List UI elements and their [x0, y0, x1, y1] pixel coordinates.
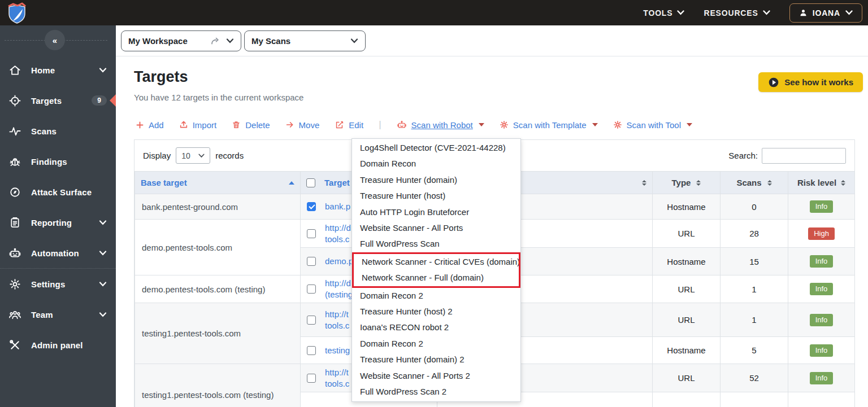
people-icon	[8, 308, 21, 321]
target-link[interactable]: demo.p	[325, 256, 353, 267]
topnav-tools[interactable]: TOOLS	[643, 8, 684, 17]
chevron-down-icon	[350, 38, 358, 43]
target-link[interactable]: bank.p	[325, 201, 350, 212]
scans-cell: 1	[721, 303, 788, 337]
header-base-target[interactable]: Base target	[135, 172, 301, 194]
target-link[interactable]: tools.c	[325, 378, 349, 390]
add-button[interactable]: Add	[136, 120, 164, 130]
base-target-cell: testing1.pentest-tools.com (testing)	[135, 364, 301, 407]
records-label: records	[215, 151, 244, 160]
scan-with-robot-label: Scan with Robot	[411, 120, 473, 130]
delete-button[interactable]: Delete	[232, 120, 270, 130]
sidebar-item-settings[interactable]: Settings	[0, 269, 116, 299]
menu-item[interactable]: Treasure Hunter (domain)	[352, 172, 520, 188]
app-logo-icon[interactable]	[6, 2, 28, 24]
risk-badge: Info	[810, 344, 834, 357]
scan-with-tool-button[interactable]: Scan with Tool	[613, 120, 692, 130]
row-checkbox[interactable]	[307, 316, 316, 325]
menu-item[interactable]: Full WordPress Scan	[352, 236, 520, 252]
display-label: Display	[143, 151, 171, 160]
menu-item[interactable]: Treasure Hunter (domain) 2	[352, 352, 520, 367]
sidebar-item-targets[interactable]: Targets 9	[0, 85, 116, 116]
gear-icon	[8, 277, 21, 291]
row-checkbox[interactable]	[307, 257, 316, 266]
target-link[interactable]: testing	[325, 345, 350, 356]
risk-cell: Info	[788, 275, 855, 303]
menu-item[interactable]: Log4Shell Detector (CVE-2021-44228)	[352, 140, 520, 156]
scans-selector[interactable]: My Scans	[244, 30, 366, 51]
see-how-it-works-button[interactable]: See how it works	[758, 72, 863, 92]
pulse-icon	[8, 124, 21, 138]
menu-item[interactable]: Domain Recon 2	[352, 336, 520, 352]
page-size-select[interactable]: 10	[176, 147, 210, 164]
import-button[interactable]: Import	[179, 120, 217, 130]
row-checkbox[interactable]	[307, 374, 316, 383]
sidebar-item-team[interactable]: Team	[0, 299, 116, 330]
sidebar-item-automation[interactable]: Automation	[0, 238, 116, 268]
target-link[interactable]: tools.c	[325, 320, 349, 331]
target-link[interactable]: http://t	[325, 309, 349, 320]
bug-icon	[8, 155, 21, 168]
row-checkbox[interactable]	[307, 346, 316, 355]
menu-item[interactable]: Website Scanner - All Ports 2	[352, 368, 520, 384]
caret-down-icon	[687, 123, 692, 126]
scans-cell: 0	[721, 194, 788, 220]
chevron-down-icon	[99, 220, 107, 225]
menu-item[interactable]: Domain Recon 2	[352, 288, 520, 304]
scan-with-template-button[interactable]: Scan with Template	[500, 120, 598, 130]
target-link[interactable]: (testing	[325, 289, 353, 300]
chevron-down-icon	[99, 68, 107, 73]
sidebar-item-admin-panel[interactable]: Admin panel	[0, 330, 116, 360]
sidebar-item-attack-surface[interactable]: Attack Surface	[0, 177, 116, 207]
target-link[interactable]: tools.c	[325, 234, 351, 245]
caret-down-icon	[479, 123, 484, 126]
sidebar-item-label: Targets	[31, 96, 62, 106]
topnav-resources[interactable]: RESOURCES	[704, 8, 770, 17]
sort-icon	[841, 180, 845, 186]
sort-icon	[696, 180, 701, 186]
header-type[interactable]: Type	[653, 172, 721, 194]
menu-item[interactable]: Auto HTTP Login Bruteforcer	[352, 204, 520, 220]
menu-item-highlighted[interactable]: Network Scanner - Full (domain)	[354, 270, 519, 286]
menu-item[interactable]: Treasure Hunter (host) 2	[352, 304, 520, 320]
row-checkbox[interactable]	[307, 229, 316, 238]
menu-item[interactable]: Domain Recon	[352, 156, 520, 172]
target-link[interactable]: http://t	[325, 367, 349, 378]
select-all-checkbox[interactable]	[306, 178, 315, 187]
scans-cell: 15	[721, 248, 788, 275]
move-button[interactable]: Move	[285, 120, 320, 130]
page-size-value: 10	[181, 151, 190, 160]
sidebar-item-scans[interactable]: Scans	[0, 116, 116, 146]
menu-item[interactable]: Full WordPress Scan 2	[352, 384, 520, 400]
sidebar-item-label: Automation	[31, 248, 79, 258]
menu-item[interactable]: Ioana's RECON robot 2	[352, 320, 520, 335]
menu-item[interactable]: Treasure Hunter (host)	[352, 188, 520, 204]
workspace-selector[interactable]: My Workspace	[121, 30, 241, 51]
menu-item[interactable]: Website Scanner - All Ports	[352, 220, 520, 236]
add-label: Add	[149, 120, 164, 130]
user-menu[interactable]: IOANA	[789, 3, 862, 23]
sidebar-item-label: Admin panel	[31, 340, 83, 350]
target-link[interactable]: http://d	[325, 222, 351, 234]
scans-cell	[721, 392, 788, 407]
sidebar-item-reporting[interactable]: Reporting	[0, 207, 116, 238]
search-input[interactable]	[762, 148, 846, 164]
targets-count-badge: 9	[92, 95, 107, 106]
workspace-selector-value: My Workspace	[128, 36, 188, 46]
header-scans[interactable]: Scans	[721, 172, 788, 194]
row-checkbox[interactable]	[307, 202, 316, 211]
sidebar-item-findings[interactable]: Findings	[0, 146, 116, 177]
share-arrow-icon	[210, 37, 220, 45]
target-link[interactable]: http://d	[325, 278, 353, 289]
row-checkbox[interactable]	[307, 285, 316, 294]
header-risk-level[interactable]: Risk level	[788, 172, 855, 194]
target-icon	[8, 94, 21, 107]
edit-button[interactable]: Edit	[335, 120, 363, 130]
topnav-tools-label: TOOLS	[643, 8, 672, 17]
import-label: Import	[193, 120, 217, 130]
chevron-down-icon	[763, 10, 770, 15]
sidebar-collapse-button[interactable]: «	[45, 30, 65, 50]
scan-with-robot-button[interactable]: Scan with Robot	[397, 120, 484, 130]
sidebar-item-home[interactable]: Home	[0, 55, 116, 85]
menu-item-highlighted[interactable]: Network Scanner - Critical CVEs (domain)	[354, 254, 519, 270]
